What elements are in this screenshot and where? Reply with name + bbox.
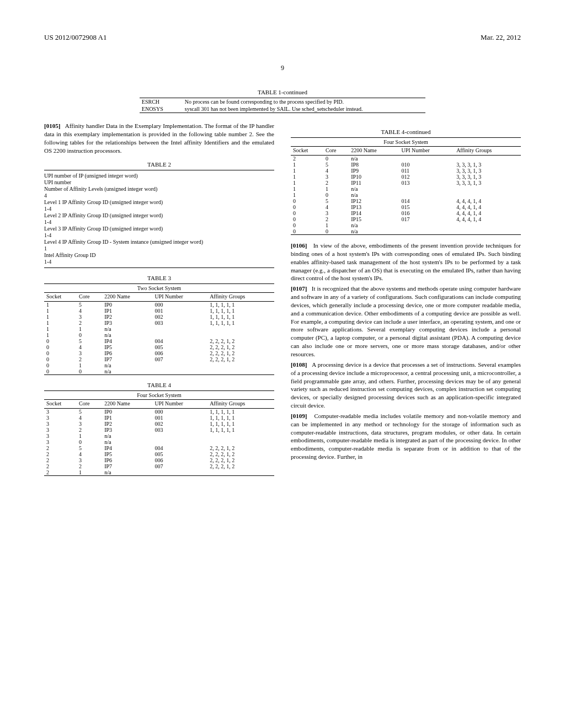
column-header: Affinity Groups [207,400,274,409]
column-header: Socket [44,293,77,302]
column-header: Socket [44,400,77,409]
table-row: 31n/a [44,433,274,439]
table-row: 12IP110133, 3, 3, 1, 3 [291,180,521,186]
table-row: 15IP80103, 3, 3, 1, 3 [291,162,521,168]
paragraph-text: Computer-readable media includes volatil… [291,413,521,460]
table-row: 13IP20021, 1, 1, 1, 1 [44,314,274,320]
table-row: 12IP30031, 1, 1, 1, 1 [44,320,274,326]
table-row: 01n/a [291,222,521,228]
table-row: 25IP40042, 2, 2, 1, 2 [44,445,274,451]
table3-subtitle: Two Socket System [44,284,274,293]
table-row: 15IP00001, 1, 1, 1, 1 [44,302,274,308]
column-header: Socket [291,147,323,156]
table-row: 32IP30031, 1, 1, 1, 1 [44,427,274,433]
table-row: 04IP50052, 2, 2, 1, 2 [44,344,274,350]
table-1-continued: TABLE 1-continued ESRCHNo process can be… [44,89,521,113]
table2-line: 1-4 [44,219,274,226]
table2-line: Level 4 IP Affinity Group ID - System in… [44,239,274,245]
table-row: 05IP120144, 4, 4, 1, 4 [291,198,521,204]
table-row: 20n/a [291,156,521,162]
table-row: 24IP50052, 2, 2, 1, 2 [44,451,274,457]
table-row: 10n/a [291,192,521,198]
table2-line: UPI number [44,179,274,186]
publication-number: US 2012/0072908 A1 [44,33,106,42]
column-header: UPI Number [399,147,454,156]
paragraph-0108: [0108] A processing device is a device t… [291,361,521,410]
table2-line: 1-4 [44,232,274,239]
table-row: 35IP00001, 1, 1, 1, 1 [44,409,274,415]
table-row: 23IP60062, 2, 2, 1, 2 [44,457,274,463]
paragraph-number: [0109] [291,413,307,419]
table-row: 02IP70072, 2, 2, 1, 2 [44,356,274,362]
column-header: 2200 Name [102,400,152,409]
table-row: 11n/a [291,186,521,192]
column-header: 2200 Name [102,293,152,302]
column-header: Affinity Groups [454,147,521,156]
table-row: 00n/a [291,228,521,235]
column-header: 2200 Name [349,147,399,156]
table2-line: Level 1 IP Affinity Group ID (unsigned i… [44,199,274,206]
table4c-subtitle: Four Socket System [291,138,521,147]
table-row: 11n/a [44,326,274,332]
table-4-continued: TABLE 4-continued Four Socket System Soc… [291,129,521,235]
paragraph-number: [0107] [291,285,307,292]
column-header: Core [77,400,102,409]
table-row: 33IP20021, 1, 1, 1, 1 [44,421,274,427]
table2-line: Intel Affinity Group ID [44,252,274,259]
table-2: TABLE 2 UPI number of IP (unsigned integ… [44,161,274,268]
table4-subtitle: Four Socket System [44,391,274,400]
table-row: 01n/a [44,362,274,368]
table-row: 04IP130154, 4, 4, 1, 4 [291,204,521,210]
table-4: TABLE 4 Four Socket System SocketCore220… [44,382,274,476]
table2-line: 1-4 [44,206,274,212]
paragraph-0109: [0109] Computer-readable media includes … [291,412,521,461]
table4c-title: TABLE 4-continued [291,129,521,135]
column-header: UPI Number [152,293,207,302]
table-row: 00n/a [44,368,274,375]
table-row: ESRCHNo process can be found correspondi… [140,98,425,106]
table2-line: 1-4 [44,259,274,265]
paragraph-number: [0105] [44,122,60,129]
table-row: 03IP60062, 2, 2, 1, 2 [44,350,274,356]
column-header: Affinity Groups [207,293,274,302]
table2-line: Level 3 IP Affinity Group ID (unsigned i… [44,226,274,232]
page-header: US 2012/0072908 A1 Mar. 22, 2012 [44,33,521,42]
paragraph-number: [0108] [291,361,307,368]
column-header: Core [77,293,102,302]
table3-title: TABLE 3 [44,275,274,281]
table-row: 14IP90113, 3, 3, 1, 3 [291,168,521,174]
table4-title: TABLE 4 [44,382,274,388]
table-row: 02IP150174, 4, 4, 1, 4 [291,216,521,222]
paragraph-text: In view of the above, embodiments of the… [291,242,521,281]
table-row: 21n/a [44,469,274,476]
paragraph-0107: [0107] It is recognized that the above s… [291,285,521,358]
table-row: 14IP10011, 1, 1, 1, 1 [44,308,274,314]
paragraph-text: A processing device is a device that pro… [291,361,521,409]
table-row: 13IP100123, 3, 3, 1, 3 [291,174,521,180]
page-number: 9 [44,64,521,72]
table-row: 05IP40042, 2, 2, 1, 2 [44,338,274,344]
table2-line: 4 [44,192,274,199]
table2-line: UPI number of IP (unsigned integer word) [44,173,274,179]
table1-title: TABLE 1-continued [44,89,521,95]
table-row: 30n/a [44,439,274,445]
table2-line: Level 2 IP Affinity Group ID (unsigned i… [44,212,274,219]
paragraph-text: Affinity handler Data in the Exemplary I… [44,122,274,154]
column-header: Core [323,147,349,156]
paragraph-number: [0106] [291,242,307,249]
paragraph-0106: [0106] In view of the above, embodiments… [291,242,521,282]
table-row: 22IP70072, 2, 2, 1, 2 [44,463,274,469]
table-row: 34IP10011, 1, 1, 1, 1 [44,415,274,421]
publication-date: Mar. 22, 2012 [481,33,521,42]
table2-line: Number of Affinity Levels (unsigned inte… [44,186,274,192]
table2-line: 1 [44,245,274,252]
column-header: UPI Number [152,400,207,409]
paragraph-text: It is recognized that the above systems … [291,285,521,357]
table-row: 03IP140164, 4, 4, 1, 4 [291,210,521,216]
table-row: ENOSYSsyscall 301 has not been implement… [140,105,425,113]
table-row: 10n/a [44,332,274,338]
table2-title: TABLE 2 [44,161,274,168]
paragraph-0105: [0105] Affinity handler Data in the Exem… [44,122,274,154]
table-3: TABLE 3 Two Socket System SocketCore2200… [44,275,274,375]
